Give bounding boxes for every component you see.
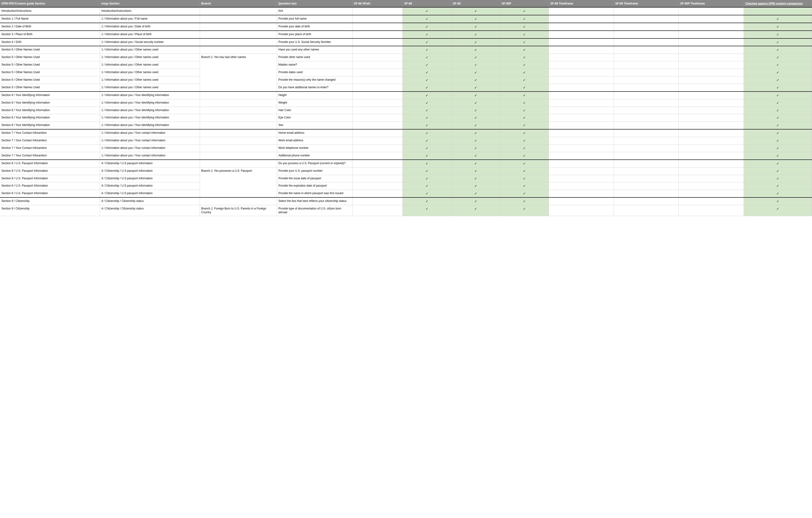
cell-sf86[interactable]: ✓ <box>403 122 452 129</box>
cell-checked[interactable]: ✓ <box>744 61 812 69</box>
cell-opm-section[interactable]: Section 7 / Your Contact Inforamtion <box>0 144 100 152</box>
cell-eapp-section[interactable]: 1 / Information about you / Other names … <box>100 69 200 76</box>
cell-tf85[interactable] <box>614 99 678 107</box>
cell-eapp-section[interactable]: 1 / Information about you / Other names … <box>100 76 200 84</box>
cell-eapp-section[interactable]: 4 / Citizenship / U.S passport informati… <box>100 175 200 182</box>
cell-tf85p[interactable] <box>679 76 744 84</box>
cell-tf85p[interactable] <box>679 69 744 76</box>
cell-opm-section[interactable]: Section 8 / U.S. Passport Information <box>0 182 100 190</box>
cell-branch[interactable] <box>200 114 277 122</box>
cell-tf86[interactable] <box>549 175 614 182</box>
cell-sf85p[interactable]: ✓ <box>500 197 549 205</box>
cell-tf85[interactable] <box>614 61 678 69</box>
cell-branch[interactable] <box>200 129 277 137</box>
cell-eapp-section[interactable]: 1 / Information about you / Your identif… <box>100 122 200 129</box>
cell-opm-section[interactable]: Section 5 / Other Names Used <box>0 76 100 84</box>
cell-xpath[interactable] <box>352 38 403 46</box>
cell-sf85[interactable]: ✓ <box>452 197 500 205</box>
cell-sf85p[interactable]: ✓ <box>500 175 549 182</box>
cell-sf86[interactable]: ✓ <box>403 38 452 46</box>
cell-question-text[interactable]: Additional phone number <box>277 152 352 160</box>
cell-opm-section[interactable]: Section 5 / Other Names Used <box>0 54 100 61</box>
cell-checked[interactable]: ✓ <box>744 205 812 216</box>
cell-sf86[interactable]: ✓ <box>403 190 452 197</box>
cell-opm-section[interactable]: Section 8 / U.S. Passport Information <box>0 167 100 175</box>
header-checked[interactable]: Checked against OPM content comparison <box>744 0 812 7</box>
cell-tf86[interactable] <box>549 197 614 205</box>
header-sf85p[interactable]: SF-85P <box>500 0 549 7</box>
cell-tf86[interactable] <box>549 76 614 84</box>
cell-opm-section[interactable]: Section 5 / Other Names Used <box>0 46 100 54</box>
cell-tf85[interactable] <box>614 46 678 54</box>
cell-sf85p[interactable]: ✓ <box>500 160 549 167</box>
cell-tf86[interactable] <box>549 137 614 144</box>
cell-checked[interactable]: ✓ <box>744 76 812 84</box>
cell-tf85[interactable] <box>614 23 678 31</box>
cell-checked[interactable]: ✓ <box>744 31 812 38</box>
header-eapp[interactable]: eApp Section <box>100 0 200 7</box>
cell-checked[interactable]: ✓ <box>744 23 812 31</box>
header-opm[interactable]: OPM PDF/Content guide Section <box>0 0 100 7</box>
cell-question-text[interactable]: Have you used any other names <box>277 46 352 54</box>
cell-tf86[interactable] <box>549 144 614 152</box>
cell-sf85[interactable]: ✓ <box>452 31 500 38</box>
cell-xpath[interactable] <box>352 114 403 122</box>
cell-checked[interactable]: ✓ <box>744 144 812 152</box>
cell-tf85p[interactable] <box>679 114 744 122</box>
cell-tf85p[interactable] <box>679 190 744 197</box>
cell-branch[interactable] <box>200 197 277 205</box>
cell-tf85p[interactable] <box>679 31 744 38</box>
cell-tf85[interactable] <box>614 69 678 76</box>
cell-eapp-section[interactable]: 1 / Information about you / Other names … <box>100 46 200 54</box>
cell-tf86[interactable] <box>549 46 614 54</box>
cell-sf85[interactable]: ✓ <box>452 182 500 190</box>
header-tf85p[interactable]: SF-85P Timeframe <box>679 0 744 7</box>
cell-eapp-section[interactable]: 1 / Information about you / Your contact… <box>100 144 200 152</box>
cell-tf85p[interactable] <box>679 160 744 167</box>
header-tf86[interactable]: SF-86 Timeframe <box>549 0 614 7</box>
cell-question-text[interactable]: Provide the expiration date of passport <box>277 182 352 190</box>
cell-opm-section[interactable]: Section 7 / Your Contact Inforamtion <box>0 137 100 144</box>
cell-opm-section[interactable]: Section 2 / Date of Birth <box>0 23 100 31</box>
cell-opm-section[interactable]: Introduction/Instructions <box>0 7 100 15</box>
cell-branch[interactable] <box>200 31 277 38</box>
cell-branch[interactable] <box>200 7 277 15</box>
cell-tf85p[interactable] <box>679 107 744 114</box>
cell-tf86[interactable] <box>549 7 614 15</box>
cell-xpath[interactable] <box>352 122 403 129</box>
cell-tf86[interactable] <box>549 182 614 190</box>
cell-question-text[interactable]: Work email address <box>277 137 352 144</box>
cell-sf85[interactable]: ✓ <box>452 175 500 182</box>
cell-checked[interactable]: ✓ <box>744 99 812 107</box>
cell-sf86[interactable]: ✓ <box>403 129 452 137</box>
cell-question-text[interactable]: Hair Color <box>277 107 352 114</box>
cell-xpath[interactable] <box>352 152 403 160</box>
cell-sf85p[interactable]: ✓ <box>500 144 549 152</box>
cell-tf85[interactable] <box>614 31 678 38</box>
cell-checked[interactable]: ✓ <box>744 190 812 197</box>
cell-eapp-section[interactable]: 1 / Information about you / Date of birt… <box>100 23 200 31</box>
cell-sf86[interactable]: ✓ <box>403 167 452 175</box>
cell-xpath[interactable] <box>352 61 403 69</box>
cell-sf86[interactable]: ✓ <box>403 31 452 38</box>
cell-checked[interactable]: ✓ <box>744 137 812 144</box>
cell-checked[interactable]: ✓ <box>744 46 812 54</box>
cell-tf85[interactable] <box>614 76 678 84</box>
header-sf85[interactable]: SF-85 <box>452 0 500 7</box>
cell-eapp-section[interactable]: 1 / Information about you / Your identif… <box>100 99 200 107</box>
cell-question-text[interactable]: N/A <box>277 7 352 15</box>
cell-tf85p[interactable] <box>679 122 744 129</box>
cell-sf86[interactable]: ✓ <box>403 76 452 84</box>
cell-tf85[interactable] <box>614 107 678 114</box>
cell-eapp-section[interactable]: 1 / Information about you / Your contact… <box>100 152 200 160</box>
cell-checked[interactable]: ✓ <box>744 107 812 114</box>
header-tf85[interactable]: SF-85 Timeframe <box>614 0 678 7</box>
cell-xpath[interactable] <box>352 129 403 137</box>
cell-opm-section[interactable]: Section 8 / U.S. Passport Information <box>0 190 100 197</box>
cell-question-text[interactable]: Provide your place of birth <box>277 31 352 38</box>
cell-tf85p[interactable] <box>679 23 744 31</box>
cell-question-text[interactable]: Provide the name in which passport was f… <box>277 190 352 197</box>
cell-sf86[interactable]: ✓ <box>403 114 452 122</box>
cell-opm-section[interactable]: Section 6 / Your Identifying Information <box>0 91 100 99</box>
cell-sf85p[interactable]: ✓ <box>500 69 549 76</box>
